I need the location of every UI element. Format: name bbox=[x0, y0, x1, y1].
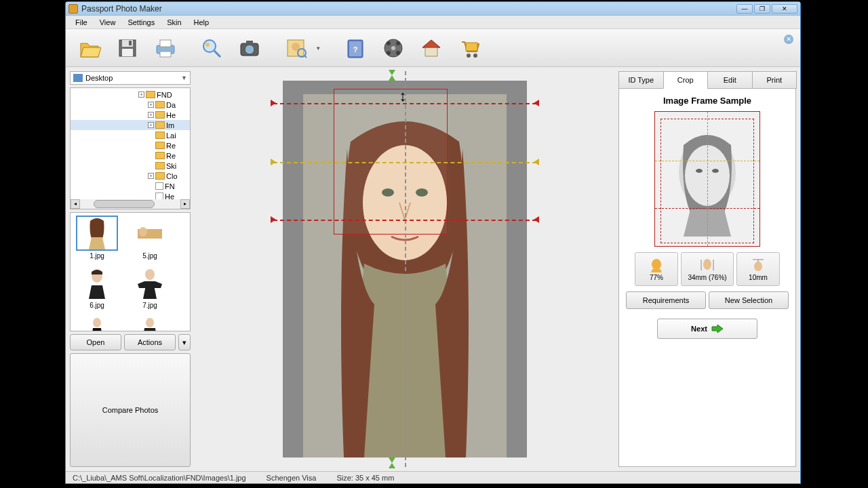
next-button[interactable]: Next bbox=[657, 319, 757, 339]
photo-preview[interactable]: ↕ bbox=[283, 81, 527, 458]
chevron-down-icon: ▼ bbox=[181, 75, 187, 81]
tree-item[interactable]: Re bbox=[71, 140, 190, 150]
thumbnail[interactable]: 7.jpg bbox=[126, 265, 174, 309]
bottom-marker-icon bbox=[389, 458, 395, 463]
expand-icon[interactable]: + bbox=[138, 92, 144, 98]
face-height-icon bbox=[700, 258, 715, 272]
svg-rect-12 bbox=[246, 41, 253, 44]
folder-icon bbox=[146, 91, 155, 98]
minimize-button[interactable]: — bbox=[736, 4, 753, 14]
tree-item[interactable]: Re bbox=[71, 150, 190, 161]
cart-button[interactable] bbox=[452, 33, 486, 63]
tree-item[interactable]: +He bbox=[71, 110, 190, 120]
metric-head-top-icon: 10mm bbox=[736, 252, 780, 286]
eyes-guide[interactable] bbox=[273, 162, 536, 163]
tree-hscrollbar[interactable]: ◂ ▸ bbox=[71, 199, 190, 209]
tree-item[interactable]: +Clo bbox=[71, 171, 190, 181]
menu-view[interactable]: View bbox=[94, 17, 121, 28]
folder-combo-label: Desktop bbox=[85, 74, 113, 82]
svg-point-9 bbox=[205, 43, 210, 47]
tree-item[interactable]: Ski bbox=[71, 161, 190, 171]
folder-tree[interactable]: +FND+Da+He+ImLaiReReSki+CloFNHe ◂ ▸ bbox=[70, 87, 191, 209]
expand-icon[interactable]: + bbox=[148, 173, 154, 179]
expand-icon[interactable]: + bbox=[148, 102, 154, 108]
detect-dropdown[interactable]: ▾ bbox=[317, 45, 326, 52]
open-button[interactable]: Open bbox=[70, 334, 121, 350]
thumbnail-label: 1.jpg bbox=[90, 252, 104, 260]
tab-id-type[interactable]: ID Type bbox=[618, 71, 664, 89]
svg-point-28 bbox=[473, 54, 477, 58]
folder-icon bbox=[155, 121, 165, 129]
home-button[interactable] bbox=[414, 33, 448, 63]
thumbnail[interactable]: 8.jpg bbox=[73, 314, 121, 331]
tab-edit[interactable]: Edit bbox=[707, 71, 753, 89]
requirements-button[interactable]: Requirements bbox=[626, 291, 706, 309]
chin-guide[interactable] bbox=[273, 220, 536, 221]
canvas[interactable]: ↕ bbox=[195, 71, 614, 467]
window-title: Passport Photo Maker bbox=[81, 4, 736, 14]
zoom-button[interactable] bbox=[195, 33, 229, 63]
save-button[interactable] bbox=[111, 33, 144, 63]
sample-frame bbox=[654, 111, 760, 247]
maximize-button[interactable]: ❐ bbox=[754, 4, 770, 14]
new-selection-button[interactable]: New Selection bbox=[709, 291, 789, 309]
left-marker-icon bbox=[271, 159, 276, 165]
camera-button[interactable] bbox=[233, 33, 267, 63]
left-marker-icon bbox=[271, 100, 276, 106]
thumbnail[interactable]: 9.jpg bbox=[126, 314, 174, 331]
print-button[interactable] bbox=[149, 33, 182, 63]
app-window: Passport Photo Maker — ❐ ✕ File View Set… bbox=[65, 1, 801, 484]
svg-rect-2 bbox=[122, 49, 133, 56]
thumbnail-label: 7.jpg bbox=[142, 302, 157, 309]
svg-point-31 bbox=[139, 227, 147, 237]
compare-button[interactable]: Compare Photos bbox=[70, 353, 191, 467]
svg-point-11 bbox=[245, 45, 254, 54]
thumbnail[interactable]: 5.jpg bbox=[126, 216, 174, 260]
scroll-right-icon[interactable]: ▸ bbox=[180, 199, 190, 209]
head-icon bbox=[649, 258, 664, 272]
tab-crop[interactable]: Crop bbox=[663, 71, 709, 89]
thumbnail[interactable]: 6.jpg bbox=[73, 265, 121, 309]
actions-button[interactable]: Actions bbox=[124, 334, 176, 350]
menu-file[interactable]: File bbox=[70, 17, 93, 28]
folder-icon bbox=[155, 131, 165, 139]
scroll-left-icon[interactable]: ◂ bbox=[71, 199, 80, 209]
tree-item[interactable]: FN bbox=[71, 181, 190, 191]
expand-icon[interactable]: + bbox=[148, 112, 154, 118]
scroll-thumb[interactable] bbox=[94, 200, 155, 208]
metric-face-height-icon: 34mm (76%) bbox=[681, 252, 734, 286]
menu-skin[interactable]: Skin bbox=[161, 17, 186, 28]
tab-print[interactable]: Print bbox=[752, 71, 797, 89]
expand-icon[interactable]: + bbox=[148, 122, 154, 128]
svg-point-25 bbox=[396, 51, 400, 55]
center-vertical-guide bbox=[405, 71, 406, 467]
detect-face-button[interactable] bbox=[279, 33, 313, 63]
crop-tab-body: Image Frame Sample 77%34mm (76%)10mm Req… bbox=[618, 89, 796, 467]
left-panel: Desktop ▼ +FND+Da+He+ImLaiReReSki+CloFNH… bbox=[70, 71, 191, 467]
toolbar-close-icon[interactable]: ✕ bbox=[784, 35, 793, 44]
actions-dropdown[interactable]: ▾ bbox=[178, 334, 191, 350]
thumbnail[interactable]: 1.jpg bbox=[73, 216, 121, 260]
video-button[interactable] bbox=[376, 33, 410, 63]
svg-rect-26 bbox=[466, 43, 477, 51]
open-file-button[interactable] bbox=[73, 33, 106, 63]
svg-point-48 bbox=[652, 259, 661, 270]
tree-item[interactable]: +FND bbox=[71, 89, 190, 100]
status-path: C:\_Liuba\_AMS Soft\Localization\FND\Ima… bbox=[73, 474, 246, 482]
metric-value: 10mm bbox=[749, 274, 768, 281]
menu-help[interactable]: Help bbox=[189, 17, 215, 28]
svg-point-7 bbox=[203, 40, 216, 52]
help-button[interactable]: ? bbox=[338, 33, 372, 63]
tree-item[interactable]: +Da bbox=[71, 100, 190, 110]
tree-item[interactable]: +Im bbox=[71, 120, 190, 130]
svg-point-27 bbox=[467, 54, 471, 58]
folder-combo[interactable]: Desktop ▼ bbox=[70, 71, 191, 85]
svg-point-22 bbox=[387, 41, 391, 45]
tree-item[interactable]: Lai bbox=[71, 130, 190, 140]
menu-settings[interactable]: Settings bbox=[122, 17, 160, 28]
close-button[interactable]: ✕ bbox=[772, 4, 797, 14]
tree-label: Re bbox=[166, 152, 176, 160]
svg-text:?: ? bbox=[353, 45, 358, 54]
svg-point-33 bbox=[145, 269, 155, 280]
right-marker-icon bbox=[534, 100, 539, 106]
